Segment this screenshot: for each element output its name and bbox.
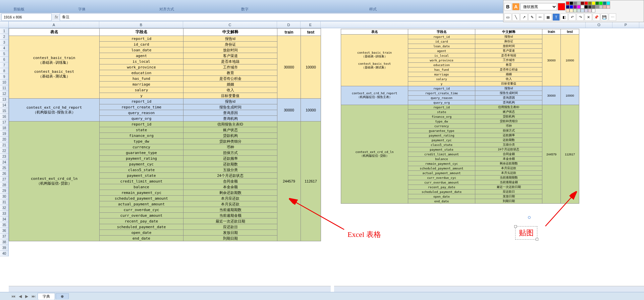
bold-button[interactable]: B [504,3,512,10]
row-header[interactable]: 4 [0,45,8,51]
color-swatch[interactable] [573,9,577,12]
color-swatch[interactable] [570,5,573,9]
ribbon-group-style[interactable]: 样式 [369,7,377,12]
redo-icon[interactable]: ↷ [577,13,584,21]
row-header[interactable]: 40 [0,251,8,256]
ribbon-group-clipboard[interactable]: 剪贴板 [13,7,24,12]
font-select[interactable]: 微软雅黑 [520,3,557,10]
row-header[interactable]: 17 [0,119,8,125]
row-header[interactable]: 7 [0,62,8,68]
close-icon[interactable]: ✕ [585,13,592,21]
color-swatch[interactable] [570,9,573,12]
table-row[interactable]: contest_basic_train （基础表-训练集） contest_ba… [341,35,579,39]
row-header[interactable]: 22 [0,148,8,154]
scrollbar-left[interactable] [9,286,331,292]
col-header[interactable]: O [586,21,612,28]
marker-tool-icon[interactable]: ✏ [536,13,544,21]
row-header[interactable]: 5 [0,51,8,57]
col-header[interactable]: E [301,21,321,28]
color-swatch[interactable] [577,5,581,9]
color-swatch[interactable] [566,5,570,9]
color-swatch[interactable] [603,5,606,9]
row-header[interactable]: 25 [0,165,8,171]
color-swatch[interactable] [592,5,595,9]
color-swatch[interactable] [581,5,584,9]
row-header[interactable]: 18 [0,125,8,131]
row-header[interactable]: 13 [0,97,8,102]
color-swatch[interactable] [595,5,599,9]
text-tool-icon[interactable]: T [552,13,560,21]
row-header[interactable]: 27 [0,177,8,182]
fx-icon[interactable]: fx [53,15,60,19]
row-header[interactable]: 32 [0,205,8,211]
row-header[interactable]: 31 [0,199,8,205]
row-header[interactable]: 24 [0,159,8,165]
sheet-tab-active[interactable]: 字典 [38,293,55,300]
color-swatch[interactable] [577,1,581,5]
row-header[interactable]: 30 [0,194,8,199]
ribbon-group-number[interactable]: 数字 [241,7,249,12]
color-swatch[interactable] [599,1,603,5]
color-swatch[interactable] [595,1,599,5]
scrollbar-right[interactable] [334,286,644,292]
mosaic-tool-icon[interactable]: ▦ [544,13,552,21]
table-row[interactable]: contest_ext_crd_cd_ln （机构版征信-贷款）report_i… [9,121,321,127]
more-icon[interactable]: ⋯ [609,13,616,21]
color-swatch[interactable] [592,9,595,12]
row-header[interactable]: 36 [0,228,8,234]
row-header[interactable]: 20 [0,137,8,142]
pin-icon[interactable]: 📌 [593,13,600,21]
ribbon-group-font[interactable]: 字体 [78,7,86,12]
row-header[interactable]: 34 [0,216,8,222]
color-swatch[interactable] [584,1,588,5]
row-header[interactable]: 2 [0,34,8,40]
line-tool-icon[interactable]: ╲ [512,13,520,21]
table-row[interactable]: contest_ext_crd_hd_report （机构版征信-报告主表）re… [9,99,321,104]
tab-nav-prev-icon[interactable]: ◀ [17,294,23,299]
color-swatch[interactable] [581,9,584,12]
color-swatch[interactable] [581,1,584,5]
sheet-tab-new[interactable]: ⊕ [56,293,69,299]
row-header[interactable]: 35 [0,222,8,228]
row-header[interactable]: 12 [0,91,8,97]
arrow-tool-icon[interactable]: ↗ [520,13,528,21]
row-header[interactable]: 38 [0,239,8,245]
row-header[interactable]: 11 [0,85,8,91]
undo-icon[interactable]: ↶ [569,13,576,21]
color-current[interactable] [558,3,565,10]
color-swatch[interactable] [584,9,588,12]
col-header[interactable]: D [277,21,301,28]
color-swatch[interactable] [599,5,603,9]
rect-tool-icon[interactable]: ▭ [504,13,512,21]
color-swatch[interactable] [606,1,610,5]
color-swatch[interactable] [566,1,570,5]
col-header[interactable]: C [183,21,277,28]
rotate-handle[interactable] [528,216,531,219]
color-swatch[interactable] [588,9,592,12]
row-header[interactable]: 14 [0,102,8,108]
row-header[interactable]: 33 [0,211,8,216]
color-swatch[interactable] [577,9,581,12]
tab-nav-first-icon[interactable]: ⏮ [10,294,17,299]
row-header[interactable]: 21 [0,142,8,148]
eraser-tool-icon[interactable]: ◧ [560,13,568,21]
row-header[interactable]: 15 [0,108,8,114]
tab-nav-next-icon[interactable]: ▶ [24,294,30,299]
row-header[interactable]: 28 [0,182,8,188]
color-swatch[interactable] [592,1,595,5]
row-header[interactable]: 29 [0,188,8,194]
table-row[interactable]: contest_ext_crd_cd_ln （机构版征信-贷款）report_i… [341,105,579,110]
font-color-button[interactable]: A [512,3,520,10]
row-header[interactable]: 9 [0,74,8,80]
name-box[interactable]: 1916 x 806 [1,13,52,21]
grid[interactable]: 表名字段名中文解释traintestcontest_basic_train （基… [9,28,644,292]
row-header[interactable]: 8 [0,68,8,74]
row-header[interactable]: 16 [0,114,8,119]
table-row[interactable]: contest_ext_crd_hd_report （机构版征信-报告主表）re… [341,86,579,91]
row-header[interactable]: 6 [0,57,8,62]
color-swatch[interactable] [588,1,592,5]
row-header[interactable]: 10 [0,80,8,85]
color-swatch[interactable] [588,5,592,9]
color-swatch[interactable] [570,1,573,5]
col-header[interactable]: A [9,21,99,28]
